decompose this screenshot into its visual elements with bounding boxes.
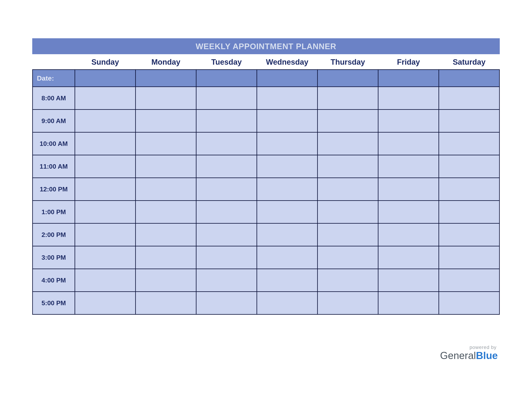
- slot-cell[interactable]: [196, 155, 257, 178]
- slot-cell[interactable]: [136, 110, 196, 132]
- slot-row: 10:00 AM: [33, 132, 500, 155]
- slot-cell[interactable]: [136, 224, 196, 246]
- slot-cell[interactable]: [136, 155, 196, 178]
- date-cell[interactable]: [136, 70, 196, 87]
- slot-cell[interactable]: [439, 155, 500, 178]
- slot-cell[interactable]: [378, 178, 439, 201]
- slot-cell[interactable]: [439, 132, 500, 155]
- footer-attribution: powered by GeneralBlue: [440, 345, 498, 361]
- date-cell[interactable]: [318, 70, 378, 87]
- slot-cell[interactable]: [75, 201, 136, 224]
- slot-cell[interactable]: [439, 292, 500, 315]
- slot-cell[interactable]: [378, 132, 439, 155]
- slot-cell[interactable]: [378, 292, 439, 315]
- slot-cell[interactable]: [257, 201, 318, 224]
- slot-cell[interactable]: [136, 269, 196, 292]
- slot-cell[interactable]: [318, 292, 378, 315]
- day-header-sunday: Sunday: [75, 54, 136, 70]
- slot-cell[interactable]: [318, 110, 378, 132]
- slot-cell[interactable]: [257, 132, 318, 155]
- slot-cell[interactable]: [136, 132, 196, 155]
- date-cell[interactable]: [257, 70, 318, 87]
- page-title: WEEKLY APPOINTMENT PLANNER: [32, 38, 500, 54]
- slot-cell[interactable]: [318, 132, 378, 155]
- slot-cell[interactable]: [257, 110, 318, 132]
- day-header-row: Sunday Monday Tuesday Wednesday Thursday…: [33, 54, 500, 70]
- slot-cell[interactable]: [439, 224, 500, 246]
- date-cell[interactable]: [75, 70, 136, 87]
- day-header-monday: Monday: [136, 54, 196, 70]
- time-label: 8:00 AM: [33, 87, 75, 110]
- slot-cell[interactable]: [378, 224, 439, 246]
- slot-cell[interactable]: [196, 132, 257, 155]
- slot-cell[interactable]: [318, 178, 378, 201]
- slot-cell[interactable]: [75, 224, 136, 246]
- time-label: 10:00 AM: [33, 132, 75, 155]
- slot-cell[interactable]: [439, 87, 500, 110]
- date-cell[interactable]: [378, 70, 439, 87]
- slot-cell[interactable]: [439, 110, 500, 132]
- slot-cell[interactable]: [318, 224, 378, 246]
- time-label: 1:00 PM: [33, 201, 75, 224]
- slot-row: 9:00 AM: [33, 110, 500, 132]
- slot-cell[interactable]: [378, 155, 439, 178]
- slot-cell[interactable]: [257, 178, 318, 201]
- slot-cell[interactable]: [378, 87, 439, 110]
- slot-cell[interactable]: [75, 110, 136, 132]
- slot-cell[interactable]: [196, 292, 257, 315]
- slot-row: 12:00 PM: [33, 178, 500, 201]
- slot-cell[interactable]: [439, 246, 500, 269]
- slot-cell[interactable]: [75, 178, 136, 201]
- slot-cell[interactable]: [196, 110, 257, 132]
- time-label: 3:00 PM: [33, 246, 75, 269]
- slot-cell[interactable]: [257, 224, 318, 246]
- slot-cell[interactable]: [439, 201, 500, 224]
- slot-cell[interactable]: [318, 155, 378, 178]
- slot-cell[interactable]: [136, 292, 196, 315]
- time-label: 4:00 PM: [33, 269, 75, 292]
- slot-cell[interactable]: [257, 246, 318, 269]
- slot-row: 5:00 PM: [33, 292, 500, 315]
- slot-cell[interactable]: [136, 87, 196, 110]
- slot-cell[interactable]: [196, 178, 257, 201]
- time-label: 12:00 PM: [33, 178, 75, 201]
- slot-cell[interactable]: [318, 246, 378, 269]
- slot-cell[interactable]: [196, 87, 257, 110]
- slot-cell[interactable]: [75, 292, 136, 315]
- slot-cell[interactable]: [318, 87, 378, 110]
- slot-cell[interactable]: [196, 224, 257, 246]
- slot-cell[interactable]: [136, 201, 196, 224]
- day-header-thursday: Thursday: [318, 54, 378, 70]
- slot-cell[interactable]: [257, 87, 318, 110]
- slot-row: 1:00 PM: [33, 201, 500, 224]
- slot-cell[interactable]: [75, 155, 136, 178]
- slot-cell[interactable]: [196, 201, 257, 224]
- slot-cell[interactable]: [439, 269, 500, 292]
- planner-table: Sunday Monday Tuesday Wednesday Thursday…: [32, 54, 500, 315]
- day-header-friday: Friday: [378, 54, 439, 70]
- slot-cell[interactable]: [136, 178, 196, 201]
- slot-cell[interactable]: [75, 87, 136, 110]
- slot-cell[interactable]: [257, 292, 318, 315]
- slot-cell[interactable]: [318, 201, 378, 224]
- day-header-blank: [33, 54, 75, 70]
- slot-cell[interactable]: [257, 155, 318, 178]
- powered-by-label: powered by: [440, 345, 498, 350]
- date-cell[interactable]: [439, 70, 500, 87]
- slot-cell[interactable]: [196, 269, 257, 292]
- slot-cell[interactable]: [257, 269, 318, 292]
- slot-cell[interactable]: [378, 201, 439, 224]
- slot-cell[interactable]: [378, 246, 439, 269]
- slot-cell[interactable]: [196, 246, 257, 269]
- slot-cell[interactable]: [318, 269, 378, 292]
- slot-cell[interactable]: [75, 132, 136, 155]
- date-cell[interactable]: [196, 70, 257, 87]
- slot-cell[interactable]: [439, 178, 500, 201]
- slot-cell[interactable]: [136, 246, 196, 269]
- slot-cell[interactable]: [75, 246, 136, 269]
- slot-cell[interactable]: [75, 269, 136, 292]
- time-label: 5:00 PM: [33, 292, 75, 315]
- slot-cell[interactable]: [378, 269, 439, 292]
- slot-row: 2:00 PM: [33, 224, 500, 246]
- slot-cell[interactable]: [378, 110, 439, 132]
